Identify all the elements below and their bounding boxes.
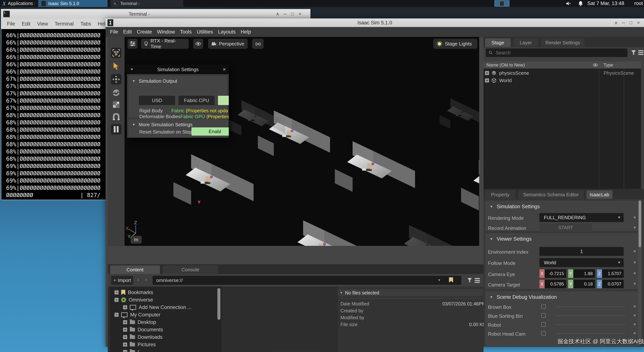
files-area[interactable] xyxy=(222,287,338,352)
pause-button[interactable] xyxy=(111,124,122,135)
rendering-mode-dropdown[interactable]: FULL_RENDERING ▼ xyxy=(540,213,624,222)
reset-enabled-toggle[interactable]: Enabl xyxy=(192,127,229,136)
clock[interactable]: Sat 7 Mar, 13:48 xyxy=(587,0,624,6)
tree-item-root[interactable]: + / xyxy=(123,349,139,352)
tree-item-documents[interactable]: + Documents xyxy=(123,326,163,333)
visibility-column-icon[interactable] xyxy=(593,63,598,67)
slider-track[interactable] xyxy=(556,325,625,325)
terminal-menu-item[interactable]: View xyxy=(37,21,48,27)
details-header[interactable]: ▾ No files selected xyxy=(338,289,483,296)
renderer-selector[interactable]: RTX - Real-Time xyxy=(141,39,189,49)
dialog-close-icon[interactable]: × xyxy=(223,66,226,72)
terminal-menu-item[interactable]: File xyxy=(7,21,15,27)
isaac-menu-item[interactable]: Utilities xyxy=(197,29,213,35)
nav-back-icon[interactable]: ‹ xyxy=(137,276,139,283)
expand-icon[interactable]: + xyxy=(123,350,127,352)
stage-search[interactable] xyxy=(486,48,628,57)
filter-icon[interactable] xyxy=(466,277,473,283)
expand-icon[interactable]: + xyxy=(123,335,127,339)
collapse-icon[interactable]: − xyxy=(114,290,118,294)
expand-icon[interactable]: + xyxy=(485,78,489,82)
terminal-minimize-button[interactable]: ─ xyxy=(281,10,289,18)
section-collapse-icon[interactable]: ▼ xyxy=(132,123,135,127)
tree-item-my-computer[interactable]: − My Computer xyxy=(114,311,160,318)
debug-checkbox[interactable] xyxy=(541,304,546,309)
tab-semantics-schema-editor[interactable]: Semantics Schema Editor xyxy=(518,190,584,199)
record-button[interactable]: ((●)) xyxy=(252,39,264,49)
isaac-menu-item[interactable]: Layouts xyxy=(218,29,236,35)
stage-filter-icon[interactable] xyxy=(630,49,637,56)
search-input[interactable] xyxy=(496,50,608,56)
isaac-menu-item[interactable]: Create xyxy=(137,29,152,35)
viewport-settings-button[interactable] xyxy=(128,39,138,49)
slider-track[interactable] xyxy=(556,333,625,334)
tab-property[interactable]: Property xyxy=(485,190,516,199)
tab-usd[interactable]: USD xyxy=(139,96,175,105)
slider-track[interactable] xyxy=(556,307,625,307)
terminal-maximize-button[interactable]: □ xyxy=(289,10,296,18)
move-tool-button[interactable] xyxy=(111,74,122,85)
terminal-menu-item[interactable]: Edit xyxy=(22,21,30,27)
tab-content[interactable]: Content xyxy=(110,265,160,274)
camera-eye-fields[interactable]: X-0.7215 Y1.88 Z1.5707 xyxy=(540,269,624,278)
stage-row-physics-scene[interactable]: + physicsScene PhysicsScene xyxy=(484,69,641,77)
selection-mode-button[interactable] xyxy=(111,48,122,58)
tab-stage[interactable]: Stage xyxy=(485,38,511,47)
details-collapse-icon[interactable]: ▾ xyxy=(340,291,342,295)
isaac-shade-button[interactable]: ∧ xyxy=(612,19,620,26)
follow-mode-dropdown[interactable]: World ▼ xyxy=(540,258,624,267)
taskbar-task-terminal[interactable]: $_ Terminal - xyxy=(110,0,183,7)
taskbar-task-isaac[interactable]: Isaac Sim 5.1.0 xyxy=(38,0,108,7)
terminal-menu-item[interactable]: Terminal xyxy=(55,21,74,27)
expand-icon[interactable]: + xyxy=(123,343,127,347)
camera-selector[interactable]: Perspective xyxy=(208,39,248,49)
applications-menu[interactable]: Applications xyxy=(8,1,33,6)
path-field[interactable]: omniverse:// ▼ xyxy=(152,276,461,285)
expand-icon[interactable]: + xyxy=(123,305,127,309)
isaac-menu-item[interactable]: File xyxy=(110,29,118,35)
import-button[interactable]: + Import xyxy=(111,276,133,285)
debug-checkbox[interactable] xyxy=(541,331,546,336)
snap-tool-button[interactable] xyxy=(111,112,122,122)
select-cursor-button[interactable] xyxy=(111,61,122,71)
expand-icon[interactable]: + xyxy=(123,320,127,324)
path-dropdown-icon[interactable]: ▼ xyxy=(438,278,441,282)
tree-item-add-connection[interactable]: + Add New Connection ... xyxy=(123,304,192,311)
bookmark-icon[interactable] xyxy=(449,277,453,283)
isaac-titlebar[interactable]: Isaac Sim 5.1.0 ∧ ─ □ × xyxy=(106,18,644,27)
tree-scrollbar[interactable] xyxy=(218,288,220,320)
environment-index-field[interactable]: 1 xyxy=(540,247,624,256)
tab-layer[interactable]: Layer xyxy=(513,38,538,47)
scale-tool-button[interactable] xyxy=(111,99,122,110)
isaac-menu-item[interactable]: Window xyxy=(157,29,175,35)
stage-options-icon[interactable] xyxy=(638,50,644,55)
tree-item-desktop[interactable]: + Desktop xyxy=(123,319,156,326)
tab-isaaclab[interactable]: IsaacLab xyxy=(586,190,612,199)
tab-console[interactable]: Console xyxy=(162,265,218,274)
terminal-menu-item[interactable]: Tabs xyxy=(80,21,91,27)
collapse-icon[interactable]: − xyxy=(114,298,118,302)
stage-lights-button[interactable]: Stage Lights xyxy=(433,39,477,49)
slider-track[interactable] xyxy=(556,316,625,316)
expand-icon[interactable]: + xyxy=(485,71,489,75)
tree-item-omniverse[interactable]: − Omniverse xyxy=(114,296,153,303)
section-collapse-icon[interactable]: ▼ xyxy=(490,205,493,209)
tree-item-pictures[interactable]: + Pictures xyxy=(123,341,156,348)
isaac-menu-item[interactable]: Help xyxy=(241,29,251,35)
terminal-close-button[interactable]: × xyxy=(296,10,304,18)
dialog-titlebar[interactable]: ▼ Simulation Settings × xyxy=(127,65,229,74)
camera-target-fields[interactable]: X0.5785 Y0.18 Z0.0707 xyxy=(540,280,624,288)
tab-fabric-gpu-active[interactable] xyxy=(218,96,229,105)
speaker-muted-icon[interactable] xyxy=(566,1,572,6)
record-start-button[interactable]: START xyxy=(540,223,592,232)
section-collapse-icon[interactable]: ▼ xyxy=(490,237,493,241)
tree-item-bookmarks[interactable]: − Bookmarks xyxy=(114,289,153,296)
debug-checkbox[interactable] xyxy=(541,313,546,318)
stage-table-header[interactable]: Name (Old to New) Type xyxy=(484,61,641,69)
isaac-menu-item[interactable]: Tools xyxy=(180,29,192,35)
stage-row-world[interactable]: + World xyxy=(484,77,641,84)
visibility-button[interactable] xyxy=(193,39,203,49)
options-icon[interactable] xyxy=(475,278,480,283)
terminal-shade-button[interactable]: ∧ xyxy=(274,10,281,18)
tab-render-settings[interactable]: Render Settings xyxy=(541,38,584,47)
